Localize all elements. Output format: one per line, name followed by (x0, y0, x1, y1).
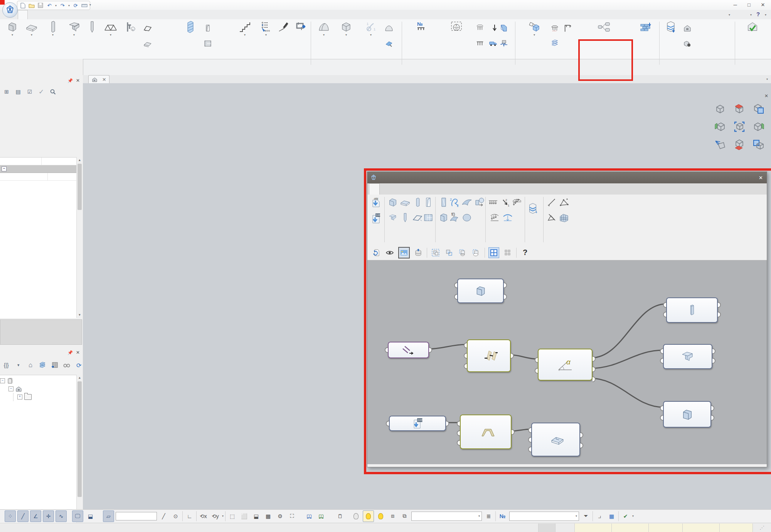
notebook-icon[interactable]: 🗒 (335, 511, 345, 522)
angle-node[interactable]: α (538, 349, 593, 381)
perpendicular-icon[interactable]: ∟ (184, 511, 195, 522)
autogen-tab-modeli[interactable] (369, 183, 380, 195)
camera-row[interactable] (0, 173, 76, 181)
halftone-cube-icon[interactable]: ⬓ (251, 511, 261, 522)
top-view-button[interactable] (734, 103, 745, 115)
layer-light-icon[interactable]: ⧉ (399, 511, 410, 522)
tab-sozdanie[interactable] (18, 10, 28, 20)
opening-button[interactable] (143, 22, 153, 34)
visibility-icon[interactable] (385, 248, 395, 258)
ag-panel-button[interactable] (438, 197, 449, 208)
input-port[interactable] (528, 446, 531, 452)
pile-button[interactable] (84, 20, 100, 49)
maximize-button[interactable]: □ (742, 1, 756, 9)
path-snap-toggle[interactable]: ∿ (56, 510, 67, 522)
ortho-indicator[interactable] (555, 524, 574, 532)
select-visible-icon[interactable] (458, 248, 468, 258)
line-button[interactable] (274, 20, 292, 49)
style-caret-icon[interactable]: ▾ (729, 13, 730, 16)
camera-position-group-header[interactable]: − (0, 165, 76, 173)
roof-button[interactable]: ▾ (314, 20, 334, 49)
paint-surface-button[interactable] (385, 38, 393, 49)
close-icon[interactable]: ✕ (76, 348, 80, 357)
arc-divide-node[interactable] (460, 415, 512, 449)
checked-list-icon[interactable]: ☑ (25, 88, 34, 96)
expand-categories-icon[interactable]: ⊞ (2, 88, 11, 96)
undo-caret-icon[interactable]: ▾ (55, 4, 57, 7)
green-journal-icon[interactable]: 🕮 (316, 511, 327, 522)
beam-node[interactable] (663, 344, 712, 369)
property-row[interactable] (0, 158, 76, 165)
surface-import-node[interactable]: DXF (389, 416, 446, 431)
help-icon[interactable]: ? (756, 11, 760, 17)
resize-grip[interactable]: ⋰ (752, 524, 771, 532)
wall-load-button[interactable] (500, 22, 508, 34)
input-port[interactable] (660, 348, 663, 354)
close-icon[interactable]: ✕ (76, 76, 80, 85)
rotate-caret-icon[interactable]: ▾ (222, 515, 224, 517)
filter-braces-icon[interactable]: {|} (2, 361, 10, 369)
load-case-back-icon[interactable]: № (497, 511, 508, 522)
list-view-icon[interactable]: ▤ (14, 88, 22, 96)
settings-cube-icon[interactable]: ⚙ (275, 511, 285, 522)
crane-button[interactable] (564, 22, 572, 34)
wall-button[interactable]: ▾ (3, 20, 22, 49)
shaft-button[interactable] (180, 20, 200, 49)
undo-icon[interactable]: ↶ (46, 2, 52, 8)
object-capture-toggle[interactable]: ⬓ (85, 510, 96, 522)
auto-piles-button[interactable] (550, 22, 559, 34)
object-light-icon[interactable]: ⧈ (387, 511, 398, 522)
table-filter-icon[interactable]: ▦ (606, 511, 617, 522)
ag-group-load-button[interactable] (512, 198, 522, 208)
check-house-icon[interactable]: ✔ (620, 511, 631, 522)
minimize-button[interactable]: ─ (729, 1, 742, 9)
left-view-button[interactable] (714, 121, 726, 133)
bulb-off-icon[interactable] (351, 511, 361, 522)
solids-3d-button[interactable]: ▾ (336, 20, 356, 49)
storey-button[interactable] (662, 20, 680, 49)
save-icon[interactable] (37, 2, 44, 8)
pin-icon[interactable]: 📌 (67, 348, 73, 357)
perspective-view-button[interactable] (714, 139, 726, 150)
tab-vidy[interactable] (122, 10, 131, 19)
column-node[interactable] (666, 297, 718, 323)
select-all-nodes-icon[interactable] (431, 248, 441, 258)
ag-point-load-button[interactable]: 21 (500, 198, 511, 208)
tab-redaktirovanie[interactable] (138, 10, 147, 19)
tree-floor-item[interactable]: + (13, 393, 76, 401)
floor-select[interactable]: ▾ (411, 512, 482, 521)
input-port[interactable] (528, 427, 531, 433)
properties-scrollbar[interactable]: ▲▼ (76, 157, 82, 318)
grid-view-large-icon[interactable] (488, 247, 499, 258)
load-filter-icon[interactable]: ⏷ (581, 511, 591, 522)
fit-view-button[interactable] (734, 121, 745, 133)
ag-ellipse-button[interactable] (461, 212, 472, 223)
auto-floors-button[interactable] (550, 37, 559, 49)
autogen-tab-preobrazovanie[interactable] (424, 183, 434, 194)
tree-expander-icon[interactable]: − (0, 378, 5, 383)
num-lock-indicator[interactable] (538, 524, 555, 532)
structure-scrollbar[interactable]: ▲▼ (76, 375, 82, 532)
building-view-icon[interactable]: ⌂ (27, 361, 34, 369)
tab-analitika[interactable] (42, 10, 51, 19)
ag-wall-button[interactable] (387, 197, 398, 208)
dynamic-load-button[interactable] (500, 38, 508, 49)
collapse-icon[interactable]: − (2, 166, 7, 171)
truss-button[interactable]: ▾ (101, 20, 120, 49)
app-logo[interactable] (2, 2, 18, 18)
wireframe-cube-icon[interactable]: ⬚ (227, 511, 237, 522)
ruler-icon[interactable] (81, 2, 88, 8)
line-load-button[interactable] (476, 38, 484, 49)
wall-node-top[interactable] (457, 279, 504, 303)
input-port[interactable] (386, 421, 389, 426)
cursor-filter-icon[interactable]: ⯾ (594, 511, 605, 522)
column-button[interactable]: ▾ (42, 20, 64, 49)
input-port[interactable] (457, 440, 460, 446)
ag-beam-button[interactable] (387, 212, 398, 223)
bottom-view-button[interactable] (734, 139, 745, 150)
project-properties-button[interactable] (683, 38, 693, 49)
regenerate-icon[interactable]: ⟳ (72, 2, 79, 8)
tab-armirovanie[interactable] (66, 10, 75, 19)
point-snap-toggle[interactable]: ✛ (43, 510, 54, 522)
window-caret-icon[interactable]: ▾ (750, 13, 752, 16)
